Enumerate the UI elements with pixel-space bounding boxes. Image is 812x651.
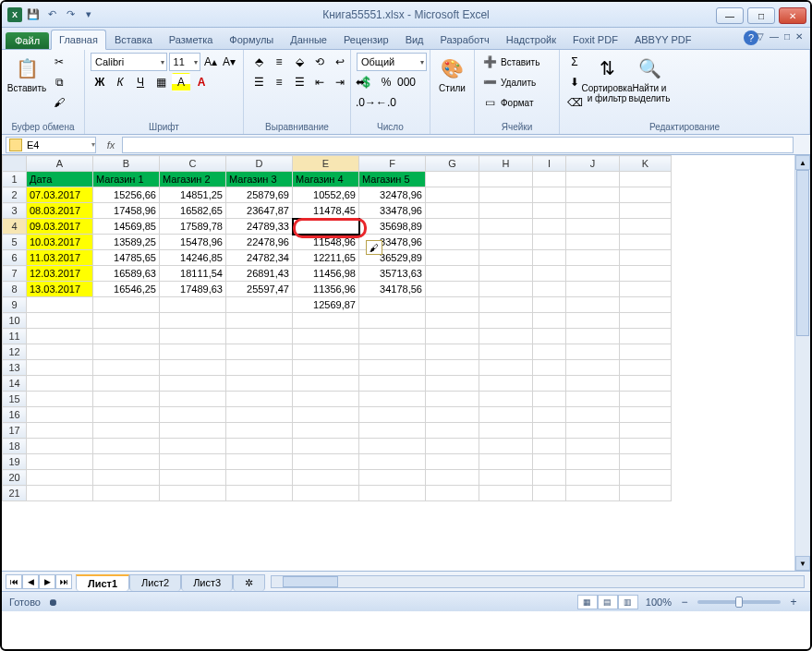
cell[interactable]	[479, 407, 533, 423]
cell[interactable]	[533, 423, 566, 439]
comma-icon[interactable]: 000	[397, 73, 416, 91]
view-normal-icon[interactable]: ▦	[577, 595, 598, 609]
col-header-B[interactable]: B	[93, 156, 160, 172]
cell[interactable]	[620, 454, 672, 470]
ribbon-tab-вставка[interactable]: Вставка	[106, 30, 161, 49]
cell[interactable]: 16582,65	[160, 203, 226, 219]
sort-filter-button[interactable]: ⇅ Сортировка и фильтр	[588, 53, 626, 106]
cell[interactable]	[160, 439, 226, 454]
cell[interactable]	[620, 250, 672, 266]
cell[interactable]: 32478,96	[359, 187, 426, 203]
cell[interactable]	[226, 344, 293, 360]
sheet-tab-Лист1[interactable]: Лист1	[76, 574, 129, 591]
zoom-out-button[interactable]: −	[675, 593, 694, 611]
workbook-minimize-icon[interactable]: —	[770, 31, 779, 42]
cell[interactable]	[160, 454, 226, 470]
cell[interactable]	[359, 439, 426, 454]
cell[interactable]	[426, 454, 479, 470]
sheet-nav-first-icon[interactable]: ⏮	[6, 574, 22, 589]
cell[interactable]	[533, 360, 566, 376]
cell[interactable]	[566, 250, 620, 266]
cell[interactable]	[93, 470, 160, 486]
row-header-10[interactable]: 10	[3, 313, 27, 329]
cell[interactable]	[93, 297, 160, 313]
align-middle-icon[interactable]: ≡	[270, 53, 288, 71]
cell[interactable]: 35713,63	[359, 266, 426, 282]
cell[interactable]	[566, 439, 620, 454]
cell[interactable]	[27, 297, 93, 313]
cell[interactable]	[359, 423, 426, 439]
decrease-decimal-icon[interactable]: ←.0	[377, 93, 395, 112]
cell[interactable]	[566, 486, 620, 501]
cell[interactable]	[293, 470, 359, 486]
cell[interactable]: Магазин 2	[160, 172, 226, 187]
font-size-combo[interactable]: 11	[169, 53, 200, 71]
cell[interactable]	[566, 392, 620, 407]
formula-input[interactable]	[122, 137, 794, 153]
decrease-font-icon[interactable]: A▾	[221, 53, 237, 71]
cell[interactable]: 14785,65	[93, 250, 160, 266]
align-center-icon[interactable]: ≡	[270, 73, 288, 91]
cell[interactable]: 24782,34	[226, 250, 293, 266]
cell[interactable]: 26891,43	[226, 266, 293, 282]
cell[interactable]: 09.03.2017	[27, 219, 93, 235]
cell[interactable]	[293, 392, 359, 407]
cell[interactable]	[93, 439, 160, 454]
cell[interactable]: 10.03.2017	[27, 235, 93, 250]
cell[interactable]	[620, 282, 672, 297]
col-header-D[interactable]: D	[226, 156, 293, 172]
cell[interactable]	[293, 344, 359, 360]
cell[interactable]	[620, 187, 672, 203]
cell[interactable]	[426, 313, 479, 329]
cell[interactable]	[293, 219, 359, 235]
cell[interactable]: Магазин 3	[226, 172, 293, 187]
cell[interactable]	[426, 486, 479, 501]
scroll-up-icon[interactable]: ▲	[795, 155, 810, 170]
view-page-break-icon[interactable]: ▥	[618, 595, 638, 609]
col-header-I[interactable]: I	[533, 156, 566, 172]
window-minimize-button[interactable]: —	[716, 7, 744, 24]
autosum-icon[interactable]: Σ	[565, 53, 584, 71]
cell[interactable]	[93, 486, 160, 501]
sheet-nav-prev-icon[interactable]: ◀	[22, 574, 39, 589]
vscroll-thumb[interactable]	[796, 170, 809, 336]
cell[interactable]: Магазин 1	[93, 172, 160, 187]
cell[interactable]	[620, 407, 672, 423]
ribbon-minimize-icon[interactable]: ▽	[757, 31, 764, 42]
cell[interactable]	[620, 297, 672, 313]
ribbon-tab-вид[interactable]: Вид	[397, 30, 432, 49]
ribbon-tab-разработч[interactable]: Разработч	[432, 30, 498, 49]
cell[interactable]	[479, 266, 533, 282]
cell[interactable]	[93, 423, 160, 439]
styles-button[interactable]: 🎨 Стили	[436, 53, 468, 96]
cell[interactable]	[426, 344, 479, 360]
cell[interactable]	[226, 439, 293, 454]
cell[interactable]: 14246,85	[160, 250, 226, 266]
cell[interactable]	[479, 187, 533, 203]
row-header-9[interactable]: 9	[3, 297, 27, 313]
cell[interactable]	[566, 297, 620, 313]
zoom-slider[interactable]	[697, 600, 781, 604]
cell[interactable]	[566, 266, 620, 282]
cell[interactable]: 11478,45	[293, 203, 359, 219]
number-format-combo[interactable]: Общий	[357, 53, 427, 71]
cell[interactable]: 11356,96	[293, 282, 359, 297]
cell[interactable]	[533, 344, 566, 360]
increase-font-icon[interactable]: A▴	[202, 53, 219, 71]
cell[interactable]	[160, 376, 226, 392]
ribbon-tab-формулы[interactable]: Формулы	[221, 30, 282, 49]
cell[interactable]	[426, 392, 479, 407]
cell[interactable]: 17589,78	[160, 219, 226, 235]
worksheet-area[interactable]: ABCDEFGHIJK1ДатаМагазин 1Магазин 2Магази…	[2, 155, 810, 571]
cell[interactable]	[533, 470, 566, 486]
cell[interactable]	[226, 392, 293, 407]
cell[interactable]	[620, 329, 672, 344]
cell[interactable]	[359, 454, 426, 470]
insert-options-smarttag[interactable]: 🖌	[366, 240, 382, 255]
cell[interactable]	[533, 172, 566, 187]
cell[interactable]	[533, 439, 566, 454]
cell[interactable]	[620, 360, 672, 376]
fill-color-icon[interactable]: A	[172, 73, 190, 91]
cell[interactable]	[479, 344, 533, 360]
zoom-in-button[interactable]: +	[784, 593, 803, 611]
